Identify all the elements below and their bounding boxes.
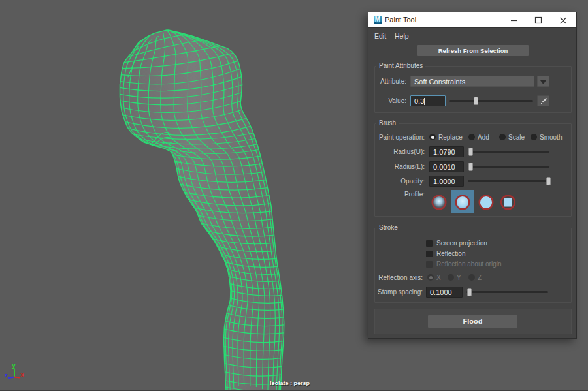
svg-text:z: z xyxy=(5,372,8,379)
svg-text:x: x xyxy=(21,371,24,378)
svg-text:M: M xyxy=(375,16,380,23)
svg-text:y: y xyxy=(12,362,16,369)
